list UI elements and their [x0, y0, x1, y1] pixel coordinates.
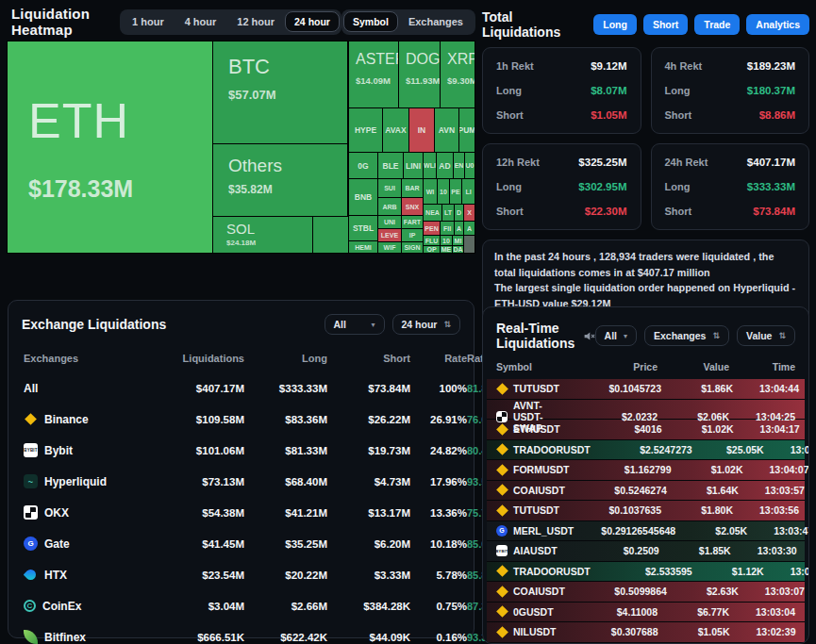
liquidation-row-avnt-usdt-swap[interactable]: AVNT-USDT-SWAP$2.0232$2.06K13:04:25 — [487, 400, 805, 421]
view-toggle-symbol[interactable]: Symbol — [343, 11, 398, 32]
treemap-tile-lt[interactable]: LT — [442, 205, 454, 221]
treemap-tile-pen[interactable]: PEN — [424, 222, 440, 235]
liquidation-row-coaiusdt[interactable]: COAIUSDT$0.5099864$2.63K13:03:07 — [487, 582, 805, 603]
exchange-row-all[interactable]: All$407.17M$333.33M$73.84M100%81.86%Long — [8, 372, 474, 404]
treemap-tile-wi[interactable]: WI — [424, 179, 437, 204]
realtime-scope-select[interactable]: All ▾ — [595, 325, 637, 346]
time-cell: 13:03:04 — [729, 606, 795, 618]
treemap-tile-snx[interactable]: SNX — [402, 198, 423, 215]
treemap-tile-a[interactable]: A — [455, 222, 463, 235]
liquidation-row-coaiusdt[interactable]: COAIUSDT$0.5246274$1.64K13:03:57 — [487, 481, 805, 502]
treemap-tile-arb[interactable]: ARB — [378, 198, 401, 215]
realtime-value-select[interactable]: Value ⇅ — [737, 325, 795, 346]
treemap-tile-sol[interactable]: SOL$24.18M — [213, 217, 312, 253]
liquidation-row-tradoorusdt[interactable]: TRADOORUSDT$2.533595$1.12K13:03:08 — [487, 562, 805, 583]
card-row: Long$333.33M — [665, 181, 796, 192]
liquidation-row-tutusdt[interactable]: TUTUSDT$0.1045723$1.86K13:04:44 — [487, 379, 805, 400]
exchange-row-gate[interactable]: GGate$41.45M$35.25M$6.20M10.18%85.05%Lon… — [8, 528, 474, 559]
treemap-tile-a[interactable]: A — [464, 222, 475, 235]
treemap-tile-aster[interactable]: ASTER$14.09M — [349, 41, 398, 107]
exchange-row-hyperliquid[interactable]: ~Hyperliquid$73.13M$68.40M$4.73M17.96%93… — [8, 466, 474, 497]
realtime-exchange-select[interactable]: Exchanges ⇅ — [644, 325, 729, 346]
treemap-tile-in[interactable]: IN — [409, 108, 434, 152]
treemap-tile-en[interactable]: EN — [454, 153, 464, 178]
liquidation-row-tradoorusdt[interactable]: TRADOORUSDT$2.5247273$25.05K13:04:08 — [487, 440, 805, 461]
long-button[interactable]: Long — [593, 14, 637, 35]
treemap-tile-pe[interactable]: PE — [450, 179, 461, 204]
treemap-tile-nea[interactable]: NEA — [424, 205, 441, 221]
treemap-tile-leve[interactable]: LEVE — [378, 229, 401, 241]
treemap-tile-10[interactable]: 10 — [438, 179, 449, 204]
exchange-row-binance[interactable]: Binance$109.58M$83.36M$26.22M26.91%76.07… — [8, 404, 474, 435]
exchange-row-htx[interactable]: HTX$23.54M$20.22M$3.33M5.78%85.87%Long — [8, 559, 474, 590]
treemap-tile-bar[interactable]: BAR — [402, 179, 423, 197]
liquidation-row-formusdt[interactable]: FORMUSDT$1.162799$1.02K13:04:07 — [487, 460, 805, 481]
long-cell: $333.33M — [244, 383, 327, 394]
exchange-row-bybit[interactable]: BYBITBybit$101.06M$81.33M$19.73M24.82%80… — [8, 435, 474, 466]
treemap-tile-ip[interactable]: IP — [402, 229, 423, 241]
treemap-tile-x[interactable]: X — [464, 205, 475, 221]
time-button-24-hour[interactable]: 24 hour — [285, 11, 340, 32]
treemap-tile-hype[interactable]: HYPE — [349, 108, 382, 152]
liquidation-row-nilusdt[interactable]: NILUSDT$0.307688$1.05K13:02:39 — [487, 622, 805, 643]
treemap-tile-flu[interactable]: FLU — [424, 236, 440, 245]
summary-line-1: In the past 24 hours , 128,934 traders w… — [494, 249, 797, 280]
time-button-12-hour[interactable]: 12 hour — [226, 11, 285, 32]
treemap-tile-stbl[interactable]: STBL — [349, 216, 377, 240]
treemap-tile-doge[interactable]: DOGE$11.93M — [399, 41, 440, 107]
treemap-tile-avax[interactable]: AVAX — [383, 108, 408, 152]
treemap-tile-avn[interactable]: AVN — [435, 108, 458, 152]
treemap-tile-u0[interactable]: U0 — [465, 153, 475, 178]
short-label: Short — [665, 206, 692, 217]
treemap-tile-sign[interactable]: SIGN — [402, 242, 423, 253]
treemap-tile-xrp[interactable]: XRP$9.30M — [441, 41, 475, 107]
treemap-tile-btc[interactable]: BTC$57.07M — [213, 41, 347, 143]
treemap-tile-li[interactable]: LI — [462, 179, 475, 204]
analytics-button[interactable]: Analytics — [746, 14, 809, 35]
treemap-tile-uni[interactable]: UNI — [378, 216, 401, 228]
treemap-tile-d[interactable]: D — [455, 205, 463, 221]
liquidation-row-merl-usdt[interactable]: GMERL_USDT$0.29126545648$2.05K13:03:47 — [487, 521, 805, 542]
treemap-tile-eth[interactable]: ETH$178.33M — [8, 41, 212, 253]
short-button[interactable]: Short — [643, 14, 688, 35]
treemap-tile-da[interactable]: DA — [453, 246, 463, 253]
treemap-tile-ble[interactable]: BLE — [378, 153, 403, 178]
treemap-tile-hemi[interactable]: HEMI — [349, 241, 377, 253]
treemap-tile-sui[interactable]: SUI — [378, 179, 401, 197]
value-cell: $1.64K — [667, 485, 739, 496]
exchange-scope-select[interactable]: All ▾ — [325, 314, 385, 335]
binance-icon — [496, 485, 508, 496]
treemap-tile-op[interactable]: OP — [424, 246, 440, 253]
treemap-tile-fart[interactable]: FART — [402, 216, 423, 228]
time-button-1-hour[interactable]: 1 hour — [122, 11, 175, 32]
treemap-tile-0g[interactable]: 0G — [349, 153, 377, 178]
treemap-tile-fii[interactable]: FII — [441, 222, 454, 235]
exchange-row-coinex[interactable]: CCoinEx$3.04M$2.66M$384.28K0.75%87.37%Lo… — [8, 590, 474, 621]
exchange-row-okx[interactable]: OKX$54.38M$41.21M$13.17M13.36%75.78%Long — [8, 497, 474, 528]
treemap-tile[interactable] — [464, 236, 475, 253]
mute-speaker-icon[interactable] — [583, 330, 595, 342]
treemap-tile-wif[interactable]: WIF — [378, 242, 401, 253]
liquidation-row-0gusdt[interactable]: 0GUSDT$4.11008$6.77K13:03:04 — [487, 603, 805, 623]
treemap-tile-pum[interactable]: PUM — [459, 108, 475, 152]
treemap-tile-me[interactable]: ME — [441, 246, 452, 253]
liquidation-row-tutusdt[interactable]: TUTUSDT$0.1037635$1.80K13:03:56 — [487, 501, 805, 521]
time-cell: 13:03:57 — [739, 485, 805, 496]
exchange-row-bitfinex[interactable]: Bitfinex$666.51K$622.42K$44.09K0.16%93.3… — [8, 621, 474, 644]
time-button-4-hour[interactable]: 4 hour — [175, 11, 227, 32]
treemap-tile-bnb[interactable]: BNB — [349, 179, 377, 215]
treemap-tile-mi[interactable]: MI — [453, 236, 463, 245]
exchange-time-select[interactable]: 24 hour ⇅ — [392, 314, 460, 335]
tile-label: WI — [426, 189, 435, 195]
treemap-tile-others[interactable]: Others$35.82M — [213, 144, 347, 216]
time-cell: 13:04:07 — [743, 464, 809, 475]
chevron-down-icon: ▾ — [624, 332, 627, 340]
view-toggle-exchanges[interactable]: Exchanges — [398, 11, 474, 32]
treemap-tile-10[interactable]: 10 — [441, 236, 452, 245]
treemap-tile[interactable] — [313, 217, 348, 253]
treemap-tile-lini[interactable]: LINI — [404, 153, 423, 178]
treemap-tile-ad[interactable]: AD — [437, 153, 453, 178]
treemap-tile-wli[interactable]: WLI — [424, 153, 436, 178]
trade-button[interactable]: Trade — [694, 14, 740, 35]
liquidation-row-aiausdt[interactable]: BYBITAIAUSDT$0.2509$1.85K13:03:30 — [487, 541, 805, 562]
